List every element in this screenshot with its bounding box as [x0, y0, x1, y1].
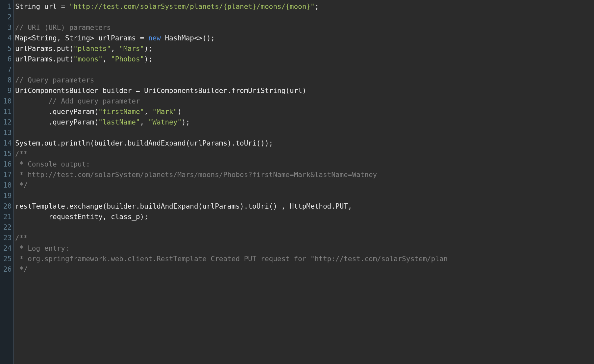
code-token: "http://test.com/solarSystem/planets/{pl…	[69, 3, 315, 11]
line-number-gutter: 1234567891011121314151617181920212223242…	[0, 0, 14, 364]
code-token: * http://test.com/solarSystem/planets/Ma…	[15, 171, 377, 179]
code-token: "Mark"	[153, 108, 178, 116]
code-line[interactable]: */	[15, 264, 594, 275]
code-area[interactable]: String url = "http://test.com/solarSyste…	[14, 0, 594, 364]
code-line[interactable]: // Query parameters	[15, 75, 594, 85]
code-token: urlParams.put(	[15, 55, 73, 63]
line-number: 10	[3, 96, 12, 106]
code-token: // Query parameters	[15, 76, 94, 84]
code-token: =	[61, 3, 69, 11]
code-token: UriComponentsBuilder builder	[15, 87, 136, 95]
code-token: =	[136, 87, 144, 95]
code-line[interactable]: * org.springframework.web.client.RestTem…	[15, 254, 594, 264]
line-number: 7	[3, 64, 12, 75]
code-token: .queryParam(	[15, 108, 98, 116]
code-token: requestEntity, class_p);	[15, 213, 148, 221]
code-line[interactable]: /**	[15, 148, 594, 159]
line-number: 16	[3, 159, 12, 170]
code-line[interactable]: .queryParam("lastName", "Watney");	[15, 117, 594, 127]
line-number: 13	[3, 127, 12, 138]
line-number: 9	[3, 85, 12, 96]
code-token: * org.springframework.web.client.RestTem…	[15, 255, 448, 263]
line-number: 25	[3, 254, 12, 264]
code-token: /**	[15, 234, 28, 242]
line-number: 21	[3, 212, 12, 222]
code-token: Map<String, String> urlParams	[15, 34, 140, 42]
code-line[interactable]: // Add query parameter	[15, 96, 594, 106]
code-line[interactable]	[15, 222, 594, 233]
code-editor[interactable]: 1234567891011121314151617181920212223242…	[0, 0, 594, 364]
code-line[interactable]: */	[15, 180, 594, 191]
line-number: 14	[3, 138, 12, 148]
code-line[interactable]: * http://test.com/solarSystem/planets/Ma…	[15, 170, 594, 180]
code-line[interactable]: urlParams.put("moons", "Phobos");	[15, 54, 594, 64]
code-line[interactable]: urlParams.put("planets", "Mars");	[15, 43, 594, 54]
code-token: "Phobos"	[111, 55, 144, 63]
line-number: 6	[3, 54, 12, 64]
code-token: );	[144, 55, 152, 63]
code-line[interactable]	[15, 191, 594, 201]
line-number: 2	[3, 12, 12, 22]
code-line[interactable]	[15, 127, 594, 138]
line-number: 5	[3, 43, 12, 54]
code-token: );	[182, 118, 190, 126]
code-token: );	[144, 45, 152, 53]
code-line[interactable]	[15, 12, 594, 22]
line-number: 3	[3, 22, 12, 33]
line-number: 1	[3, 1, 12, 12]
line-number: 24	[3, 243, 12, 254]
line-number: 15	[3, 148, 12, 159]
code-line[interactable]: UriComponentsBuilder builder = UriCompon…	[15, 85, 594, 96]
line-number: 19	[3, 191, 12, 201]
code-token: ,	[144, 108, 152, 116]
code-token: )	[177, 108, 182, 116]
code-token: // URI (URL) parameters	[15, 24, 111, 32]
code-token: UriComponentsBuilder.fromUriString(url)	[144, 87, 306, 95]
code-line[interactable]: .queryParam("firstName", "Mark")	[15, 106, 594, 117]
code-line[interactable]	[15, 64, 594, 75]
code-token: restTemplate.exchange(builder.buildAndEx…	[15, 202, 352, 210]
line-number: 22	[3, 222, 12, 233]
code-token: "Watney"	[148, 118, 182, 126]
code-line[interactable]: String url = "http://test.com/solarSyste…	[15, 1, 594, 12]
code-line[interactable]: * Console output:	[15, 159, 594, 170]
code-token: "moons"	[73, 55, 103, 63]
line-number: 18	[3, 180, 12, 191]
code-line[interactable]: /**	[15, 233, 594, 243]
code-token: // Add query parameter	[48, 97, 140, 105]
code-token: ;	[315, 3, 319, 11]
code-token: "lastName"	[98, 118, 140, 126]
line-number: 12	[3, 117, 12, 127]
code-token: "Mars"	[119, 45, 144, 53]
code-token: * Log entry:	[15, 244, 69, 252]
code-line[interactable]: // URI (URL) parameters	[15, 22, 594, 33]
line-number: 4	[3, 33, 12, 43]
code-token: ,	[140, 118, 148, 126]
code-token	[15, 97, 48, 105]
code-token: System.out.println(builder.buildAndExpan…	[15, 139, 273, 147]
code-token: * Console output:	[15, 160, 90, 168]
line-number: 23	[3, 233, 12, 243]
code-line[interactable]: * Log entry:	[15, 243, 594, 254]
code-token: .queryParam(	[15, 118, 98, 126]
line-number: 17	[3, 170, 12, 180]
line-number: 11	[3, 106, 12, 117]
code-token: ,	[103, 55, 111, 63]
code-token: "planets"	[73, 45, 111, 53]
code-line[interactable]: Map<String, String> urlParams = new Hash…	[15, 33, 594, 43]
code-token: */	[15, 181, 28, 189]
code-token: String url	[15, 3, 61, 11]
code-token: HashMap<>();	[165, 34, 215, 42]
code-token: /**	[15, 150, 28, 158]
code-token: ,	[111, 45, 119, 53]
line-number: 20	[3, 201, 12, 212]
code-token: =	[140, 34, 148, 42]
line-number: 26	[3, 264, 12, 275]
code-token: */	[15, 265, 28, 273]
code-token: new	[148, 34, 165, 42]
code-token: urlParams.put(	[15, 45, 73, 53]
code-line[interactable]: requestEntity, class_p);	[15, 212, 594, 222]
code-line[interactable]: restTemplate.exchange(builder.buildAndEx…	[15, 201, 594, 212]
code-line[interactable]: System.out.println(builder.buildAndExpan…	[15, 138, 594, 148]
code-token: "firstName"	[98, 108, 144, 116]
